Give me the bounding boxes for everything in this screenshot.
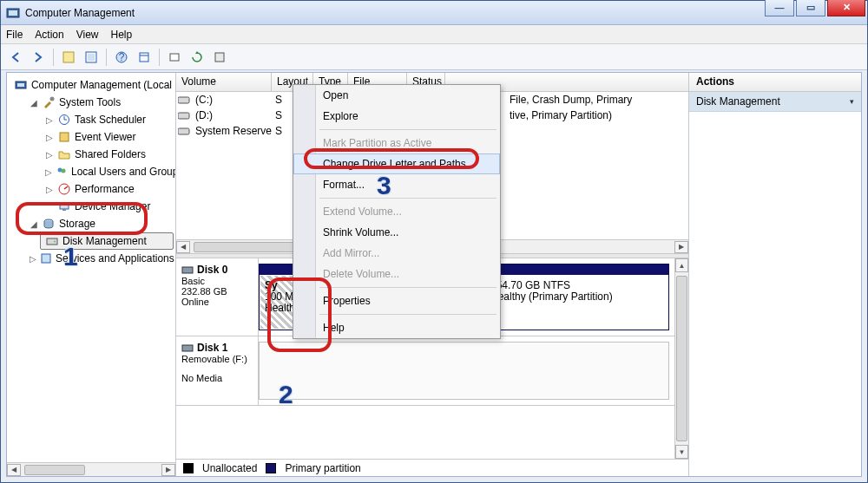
- svg-point-19: [62, 169, 66, 173]
- scroll-thumb[interactable]: [676, 276, 687, 441]
- scroll-right-button[interactable]: ▶: [161, 464, 175, 476]
- tree-device-manager[interactable]: Device Manager: [40, 198, 174, 215]
- expand-icon[interactable]: ▷: [30, 254, 36, 264]
- ctx-extend[interactable]: Extend Volume...: [293, 201, 500, 222]
- volume-status: tive, Primary Partition): [506, 109, 615, 121]
- ctx-explore[interactable]: Explore: [293, 106, 500, 127]
- tree-pane: Computer Management (Local ◢ System Tool…: [7, 73, 176, 476]
- expand-icon[interactable]: ▷: [45, 133, 54, 142]
- tree-performance[interactable]: ▷Performance: [40, 180, 174, 198]
- ctx-shrink[interactable]: Shrink Volume...: [293, 222, 500, 243]
- disk-type-icon: [181, 264, 194, 276]
- tree-local-users[interactable]: ▷Local Users and Groups: [40, 163, 174, 180]
- folder-icon: [57, 147, 71, 161]
- toolbar-separator: [159, 49, 160, 66]
- collapse-icon[interactable]: ◢: [30, 98, 38, 108]
- refresh-icon[interactable]: [187, 48, 207, 67]
- disk-title: Disk 1: [197, 342, 227, 354]
- disk-label[interactable]: Disk 1 Removable (F:) No Media: [176, 336, 259, 405]
- expand-icon[interactable]: ▷: [45, 167, 52, 177]
- tree-shared-folders[interactable]: ▷Shared Folders: [40, 146, 174, 163]
- actions-header: Actions: [689, 73, 861, 92]
- menu-action[interactable]: Action: [35, 29, 63, 41]
- svg-rect-31: [182, 267, 193, 273]
- tree-services[interactable]: ▷ Services and Applications: [24, 250, 174, 267]
- app-icon: [6, 6, 20, 20]
- toolbar-icon-3[interactable]: [135, 48, 154, 67]
- disk-vscrollbar[interactable]: ▲ ▼: [674, 258, 688, 459]
- scroll-track[interactable]: [675, 272, 688, 445]
- legend-label: Unallocated: [202, 462, 257, 474]
- volume-status: File, Crash Dump, Primary: [506, 94, 635, 106]
- col-volume[interactable]: Volume: [176, 73, 272, 91]
- collapse-icon[interactable]: ◢: [30, 219, 38, 229]
- actions-item-disk-management[interactable]: Disk Management ▾: [689, 92, 861, 112]
- svg-text:?: ?: [119, 51, 125, 63]
- svg-rect-12: [17, 83, 24, 87]
- scroll-down-button[interactable]: ▼: [675, 445, 688, 459]
- ctx-change-drive-letter[interactable]: Change Drive Letter and Paths...: [293, 153, 500, 174]
- svg-rect-29: [178, 113, 189, 119]
- toolbar-icon-4[interactable]: [165, 48, 184, 67]
- actions-pane: Actions Disk Management ▾: [689, 73, 861, 476]
- ctx-properties[interactable]: Properties: [293, 290, 500, 311]
- tree-root-label: Computer Management (Local: [31, 79, 172, 91]
- expand-icon[interactable]: ▷: [45, 150, 54, 160]
- tree-disk-management[interactable]: Disk Management: [40, 232, 174, 250]
- partition-empty[interactable]: [259, 342, 669, 400]
- volume-layout: S: [272, 125, 289, 137]
- tree-item-label: Task Scheduler: [75, 114, 146, 126]
- help-icon[interactable]: ?: [112, 48, 131, 67]
- ctx-delete[interactable]: Delete Volume...: [293, 264, 500, 284]
- disk-label[interactable]: Disk 0 Basic 232.88 GB Online: [176, 258, 259, 336]
- partition-d[interactable]: 154.70 GB NTFSHealthy (Primary Partition…: [484, 264, 669, 330]
- back-button[interactable]: [6, 48, 25, 67]
- scroll-right-button[interactable]: ▶: [674, 241, 688, 253]
- tree-services-label: Services and Applications: [56, 252, 174, 264]
- close-button[interactable]: ✕: [827, 0, 865, 16]
- ctx-open[interactable]: Open: [293, 85, 500, 106]
- separator: [319, 287, 496, 288]
- tree-item-label: Local Users and Groups: [71, 166, 176, 178]
- toolbar-icon-2[interactable]: [82, 48, 101, 67]
- scroll-left-button[interactable]: ◀: [176, 241, 190, 253]
- toolbar-icon-1[interactable]: [59, 48, 78, 67]
- ctx-add-mirror[interactable]: Add Mirror...: [293, 243, 500, 264]
- tree-storage-label: Storage: [59, 218, 95, 230]
- separator: [319, 314, 496, 315]
- svg-rect-1: [9, 10, 17, 16]
- menu-help[interactable]: Help: [111, 29, 133, 41]
- volume-name: System Reserved: [192, 125, 272, 137]
- ctx-mark-active[interactable]: Mark Partition as Active: [293, 133, 500, 153]
- ctx-help[interactable]: Help: [293, 317, 500, 338]
- expand-icon[interactable]: ▷: [45, 115, 54, 125]
- scroll-thumb[interactable]: [24, 465, 85, 475]
- volume-name: (C:): [192, 94, 272, 106]
- forward-button[interactable]: [29, 48, 48, 67]
- tree-hscrollbar[interactable]: ◀ ▶: [7, 462, 175, 476]
- tree-event-viewer[interactable]: ▷Event Viewer: [40, 128, 174, 146]
- minimize-button[interactable]: —: [765, 0, 794, 16]
- services-icon: [40, 251, 52, 265]
- disk-type: Removable (F:): [181, 354, 253, 364]
- partition-size: 154.70 GB NTFS: [490, 279, 570, 291]
- menu-view[interactable]: View: [76, 29, 99, 41]
- menu-file[interactable]: File: [6, 29, 23, 41]
- separator: [319, 129, 496, 130]
- storage-icon: [42, 217, 56, 231]
- ctx-format[interactable]: Format...: [293, 174, 500, 195]
- toolbar-icon-5[interactable]: [210, 48, 229, 67]
- svg-rect-30: [178, 128, 189, 134]
- maximize-button[interactable]: ▭: [796, 0, 825, 16]
- title-bar[interactable]: Computer Management — ▭ ✕: [1, 1, 867, 25]
- tree-root[interactable]: Computer Management (Local: [9, 76, 174, 94]
- tree-system-tools[interactable]: ◢ System Tools: [24, 94, 174, 111]
- svg-rect-7: [140, 53, 148, 62]
- scroll-left-button[interactable]: ◀: [7, 464, 21, 476]
- tree-storage[interactable]: ◢ Storage: [24, 215, 174, 232]
- legend-swatch-primary: [266, 463, 276, 473]
- scroll-up-button[interactable]: ▲: [675, 258, 688, 272]
- tree-task-scheduler[interactable]: ▷Task Scheduler: [40, 111, 174, 128]
- expand-icon[interactable]: ▷: [45, 185, 54, 194]
- scroll-track[interactable]: [21, 464, 161, 476]
